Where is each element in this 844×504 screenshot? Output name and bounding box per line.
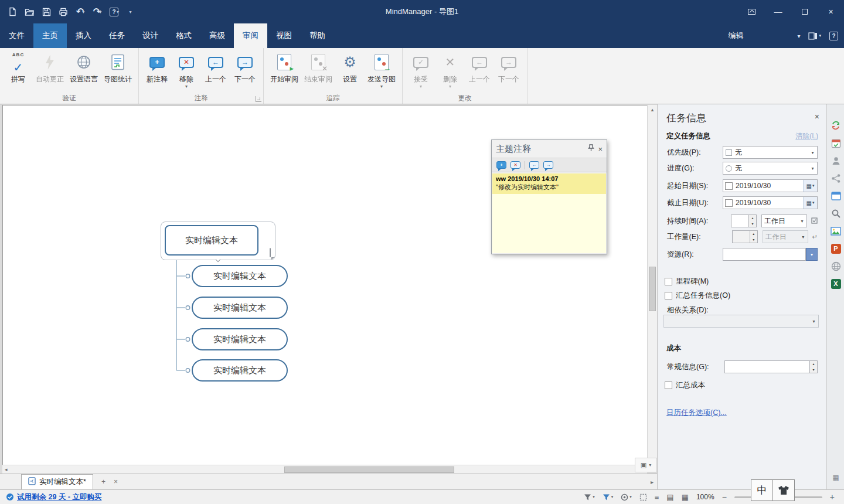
new-comment-button[interactable]: + 新注释 (142, 50, 172, 84)
previous-change-button[interactable]: ← 上一个 (465, 50, 494, 84)
panes-button[interactable]: ▾ (808, 32, 821, 40)
vertical-scrollbar[interactable]: ▴ ▾ (647, 105, 657, 465)
subtopic-2[interactable]: 实时编辑文本 (192, 297, 288, 319)
vertical-scroll-thumb[interactable] (649, 267, 656, 311)
tab-insert[interactable]: 插入 (67, 23, 100, 48)
resources-input[interactable] (723, 248, 806, 261)
share-icon[interactable] (830, 172, 842, 184)
browser-icon[interactable] (830, 190, 842, 202)
next-comment-small-icon[interactable]: → (543, 161, 553, 169)
presentation-view-icon[interactable]: ▤ (666, 493, 673, 502)
effort-unit-select[interactable]: 工作日▾ (763, 230, 808, 243)
scroll-up-icon[interactable]: ▴ (648, 107, 657, 113)
remove-comment-small-icon[interactable]: ✕ (511, 161, 520, 169)
calendar-icon[interactable] (830, 137, 842, 149)
start-date-picker-button[interactable]: ▦▾ (803, 180, 817, 192)
accept-change-button[interactable]: ✓ 接受 ▾ (406, 50, 435, 88)
duration-spinner[interactable]: ▴▾ (748, 215, 756, 227)
root-topic[interactable]: 实时编辑文本 (165, 225, 258, 256)
rollup-task-checkbox[interactable] (665, 292, 672, 299)
effort-spinner[interactable]: ▴▾ (750, 231, 757, 243)
close-notes-icon[interactable]: × (598, 145, 603, 154)
autocorrect-button[interactable]: 自动更正 (33, 50, 67, 84)
search-icon[interactable] (830, 207, 842, 219)
next-comment-button[interactable]: → 下一个 (230, 50, 260, 84)
help-button[interactable]: ?▾ (108, 4, 121, 19)
effort-return-icon[interactable]: ↵ (812, 234, 818, 240)
edit-mode-label[interactable]: 编辑 (728, 30, 743, 41)
duration-unit-select[interactable]: 工作日▾ (761, 214, 807, 227)
effort-input[interactable]: ▴▾ (732, 230, 758, 243)
close-task-panel-icon[interactable]: × (815, 112, 819, 121)
resources-dropdown-button[interactable]: ▾ (806, 248, 818, 261)
globe-icon[interactable] (830, 260, 842, 272)
new-tab-icon[interactable]: + (101, 478, 106, 486)
trial-purchase-link[interactable]: 试用剩余 29 天 - 立即购买 (17, 492, 101, 502)
due-date-picker-button[interactable]: ▦▾ (803, 197, 817, 209)
start-date-field[interactable]: 2019/10/30 ▦▾ (723, 179, 818, 192)
power-filter-button[interactable]: ▾ (603, 493, 614, 501)
topic-notes-body[interactable]: ww 2019/10/30 14:07 "修改为实时编辑文本" (492, 173, 606, 253)
tab-review[interactable]: 审阅 (234, 23, 267, 48)
priority-select[interactable]: 无 ▾ (723, 146, 818, 159)
due-date-checkbox[interactable] (725, 199, 733, 207)
open-file-icon[interactable] (23, 4, 36, 19)
save-icon[interactable] (40, 4, 53, 19)
horizontal-scrollbar[interactable]: ◂ ▸ (2, 465, 647, 474)
pin-icon[interactable] (588, 144, 594, 154)
select-button[interactable]: ▾ (621, 493, 632, 501)
document-tab[interactable]: 实时编辑文本* (21, 474, 93, 489)
caret-down-icon[interactable]: ▾ (649, 462, 651, 468)
spreadsheet-icon[interactable]: X (830, 278, 842, 290)
tab-view[interactable]: 视图 (267, 23, 301, 48)
map-statistics-button[interactable]: 导图统计 (101, 50, 135, 84)
ime-language-button[interactable]: 中 (751, 479, 773, 501)
review-settings-button[interactable]: ⚙ 设置 (335, 50, 365, 84)
subtopic-3[interactable]: 实时编辑文本 (192, 328, 288, 350)
comment-indicator-icon[interactable] (270, 248, 271, 257)
clear-link[interactable]: 清除(L) (795, 131, 818, 141)
previous-comment-small-icon[interactable]: ← (529, 161, 539, 169)
next-change-button[interactable]: → 下一个 (494, 50, 523, 84)
duration-input[interactable]: ▴▾ (731, 214, 757, 227)
ribbon-display-options-button[interactable] (738, 0, 765, 23)
minimize-button[interactable]: — (765, 0, 791, 23)
horizontal-scroll-thumb[interactable] (284, 466, 454, 473)
trial-notice[interactable]: 试用剩余 29 天 - 立即购买 (6, 492, 101, 502)
new-document-icon[interactable] (6, 4, 19, 19)
send-map-button[interactable]: → 发送导图 ▾ (365, 50, 399, 88)
page-select-icon[interactable]: ▣ (641, 461, 646, 469)
subtopic-1[interactable]: 实时编辑文本 (192, 265, 288, 287)
print-icon[interactable] (57, 4, 70, 19)
spelling-button[interactable]: ABC✓ 拼写 (4, 50, 33, 84)
milestone-checkbox[interactable] (665, 278, 672, 285)
set-language-button[interactable]: 设置语言 (67, 50, 101, 84)
customize-qat-icon[interactable]: ▾ (125, 4, 138, 19)
selected-comment[interactable]: ww 2019/10/30 14:07 "修改为实时编辑文本" (492, 173, 606, 194)
close-button[interactable]: × (818, 0, 844, 23)
tab-format[interactable]: 格式 (167, 23, 200, 48)
panel-layout-icon[interactable]: ▦ (830, 472, 842, 483)
calendar-options-link[interactable]: 日历任务选项(C)... (666, 408, 727, 418)
contacts-icon[interactable] (830, 155, 842, 166)
comments-dialog-launcher-icon[interactable] (256, 96, 261, 102)
map-canvas[interactable]: 实时编辑文本 实时编辑文本 实时编辑文本 实时编辑文本 实时编辑文本 主题注释 … (2, 105, 647, 465)
filter-button[interactable]: ▾ (584, 493, 595, 501)
tab-task[interactable]: 任务 (100, 23, 134, 48)
general-info-input[interactable] (724, 360, 810, 373)
page-navigation-buttons[interactable]: ▣ ▾ (635, 458, 657, 472)
rollup-cost-checkbox[interactable] (665, 382, 672, 389)
redo-button[interactable]: ↷▾ (91, 4, 104, 19)
restore-button[interactable] (791, 0, 818, 23)
grid-view-icon[interactable]: ▦ (682, 493, 689, 502)
tab-help[interactable]: 帮助 (301, 23, 334, 48)
tab-advanced[interactable]: 高级 (200, 23, 234, 48)
ribbon-help-icon[interactable]: ? (829, 32, 838, 40)
undo-button[interactable]: ↶▾ (74, 4, 87, 19)
end-review-button[interactable]: ✕ 结束审阅 (301, 50, 335, 84)
dependency-select[interactable]: ▾ (663, 315, 819, 328)
presentation-icon[interactable]: P (830, 243, 842, 254)
delete-change-button[interactable]: ✕ 删除 ▾ (435, 50, 465, 88)
outline-view-icon[interactable]: ≡ (655, 493, 659, 502)
general-info-spinner[interactable]: ▴▾ (810, 360, 818, 373)
